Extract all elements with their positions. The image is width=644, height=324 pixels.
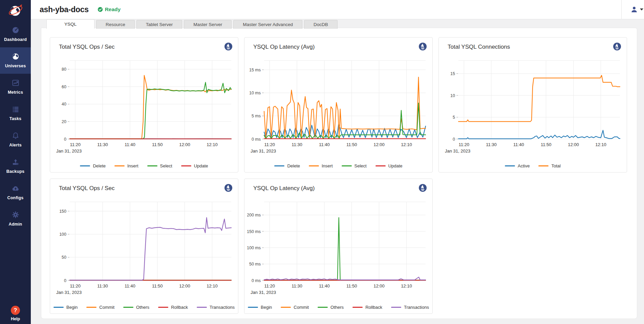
tab-master-server-advanced[interactable]: Master Server Advanced [233, 20, 302, 29]
svg-text:12:10: 12:10 [207, 142, 218, 147]
svg-text:11:30: 11:30 [292, 142, 302, 147]
legend-item-update: Update [375, 163, 403, 168]
tasks-icon [12, 106, 19, 114]
legend-label: Commit [294, 305, 309, 310]
legend-label: Others [136, 305, 149, 310]
svg-text:5 ms: 5 ms [252, 114, 261, 118]
legend-item-select: Select [147, 163, 172, 168]
legend-line-swatch [80, 165, 90, 166]
sidebar-item-universes[interactable]: Universes [0, 47, 31, 74]
legend-label: Insert [127, 163, 138, 168]
svg-text:11:50: 11:50 [346, 142, 357, 147]
sidebar-item-configs[interactable]: Configs [0, 179, 31, 206]
legend-label: Update [388, 163, 403, 168]
svg-text:12:00: 12:00 [568, 142, 579, 147]
charts-grid: Total YSQL Ops / Sec02040608011:2011:301… [50, 37, 627, 314]
svg-text:11:30: 11:30 [486, 142, 497, 147]
series-line-transactions [264, 277, 426, 280]
tab-resource[interactable]: Resource [96, 20, 135, 29]
legend-item-begin: Begin [53, 305, 78, 310]
sidebar-item-help[interactable]: ? Help [0, 306, 31, 321]
svg-text:11:50: 11:50 [152, 142, 163, 147]
chevron-down-icon [640, 8, 643, 10]
prometheus-icon[interactable] [224, 42, 233, 51]
chart-canvas: 02040608011:2011:3011:4011:5012:0012:10J… [53, 57, 236, 156]
series-line-others [264, 217, 426, 280]
legend-line-swatch [114, 165, 125, 166]
prometheus-icon[interactable] [418, 42, 427, 51]
svg-text:11:30: 11:30 [97, 142, 108, 147]
svg-text:11:40: 11:40 [513, 142, 524, 147]
legend-item-others: Others [318, 305, 344, 310]
svg-text:11:40: 11:40 [319, 142, 330, 147]
legend-line-swatch [248, 307, 258, 308]
legend-line-swatch [86, 307, 96, 308]
chart-title: YSQL Op Latency (Avg) [253, 44, 315, 50]
chart-legend: BeginCommitOthersRollbackTransactions [50, 305, 238, 310]
cloud-up-icon [12, 185, 19, 193]
series-line-total [458, 75, 620, 122]
legend-line-swatch [197, 307, 207, 308]
legend-item-insert: Insert [309, 163, 333, 168]
legend-item-select: Select [342, 163, 367, 168]
tab-tablet-server[interactable]: Tablet Server [136, 20, 183, 29]
sidebar-item-metrics[interactable]: Metrics [0, 74, 31, 100]
legend-label: Transactions [404, 305, 429, 310]
legend-item-transactions: Transactions [197, 305, 235, 310]
svg-text:11:40: 11:40 [319, 283, 330, 288]
tab-docdb[interactable]: DocDB [304, 20, 338, 29]
legend-item-rollback: Rollback [352, 305, 382, 310]
svg-text:12:10: 12:10 [401, 283, 412, 288]
tab-master-server[interactable]: Master Server [184, 20, 232, 29]
tab-ysql[interactable]: YSQL [46, 19, 94, 29]
sidebar-item-alerts[interactable]: Alerts [0, 126, 31, 153]
svg-text:150 ms: 150 ms [247, 229, 261, 234]
sidebar-item-admin[interactable]: Admin [0, 206, 31, 232]
chart-title: Total YSQL Ops / Sec [59, 185, 114, 192]
yugabyte-logo[interactable] [0, 0, 31, 21]
legend-item-rollback: Rollback [158, 305, 188, 310]
status-badge: Ready [98, 6, 121, 13]
prometheus-icon[interactable] [418, 184, 427, 192]
series-line-transactions [70, 217, 231, 280]
chart-title: YSQL Op Latency (Avg) [253, 185, 315, 192]
legend-line-swatch [375, 165, 386, 166]
svg-text:12:00: 12:00 [373, 283, 385, 288]
sidebar-item-tasks[interactable]: Tasks [0, 100, 31, 126]
legend-item-active: Active [505, 163, 530, 168]
sidebar: DashboardUniversesMetricsTasksAlertsBack… [0, 0, 31, 324]
sidebar-item-dashboard[interactable]: Dashboard [0, 21, 31, 47]
legend-item-transactions: Transactions [391, 305, 429, 310]
sidebar-help-label: Help [11, 317, 20, 321]
legend-label: Commit [99, 305, 114, 310]
sidebar-item-label: Metrics [8, 90, 23, 95]
svg-text:11:40: 11:40 [125, 283, 135, 288]
legend-line-swatch [309, 165, 319, 166]
svg-text:11:20: 11:20 [264, 283, 275, 288]
legend-label: Insert [322, 163, 333, 168]
legend-label: Others [330, 305, 344, 310]
app-root: DashboardUniversesMetricsTasksAlertsBack… [0, 0, 644, 324]
sidebar-item-backups[interactable]: Backups [0, 153, 31, 179]
chart-title: Total YSQL Ops / Sec [59, 44, 114, 50]
legend-line-swatch [342, 165, 352, 166]
sidebar-item-label: Admin [9, 222, 22, 227]
svg-text:100 ms: 100 ms [247, 246, 261, 250]
legend-label: Rollback [365, 305, 382, 310]
user-menu[interactable] [621, 0, 644, 19]
legend-line-swatch [352, 307, 363, 308]
svg-text:10: 10 [450, 93, 455, 98]
legend-item-others: Others [123, 305, 149, 310]
legend-label: Active [518, 163, 530, 168]
prometheus-icon[interactable] [613, 42, 621, 51]
svg-text:80: 80 [62, 67, 66, 72]
svg-text:10 ms: 10 ms [249, 91, 261, 95]
svg-text:5: 5 [453, 115, 455, 120]
universe-title: ash-yba-docs [40, 5, 89, 14]
sidebar-item-label: Universes [5, 64, 26, 68]
x-axis-date-label: Jan 31, 2023 [251, 148, 276, 154]
legend-label: Delete [287, 163, 300, 168]
prometheus-icon[interactable] [224, 184, 233, 192]
legend-label: Update [194, 163, 208, 168]
legend-line-swatch [123, 307, 133, 308]
